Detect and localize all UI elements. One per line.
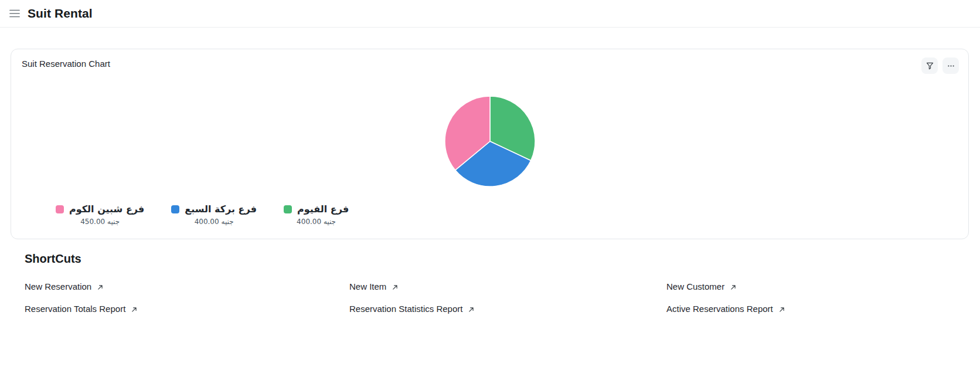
legend-item-header: فرع شبين الكوم — [56, 203, 144, 215]
legend-value: 400.00 جنيه — [297, 218, 336, 226]
shortcut-label: Active Reservations Report — [666, 303, 773, 315]
external-link-icon — [97, 284, 104, 291]
chart-area — [21, 96, 959, 187]
legend-item: فرع شبين الكوم450.00 جنيه — [56, 203, 144, 226]
shortcut-label: Reservation Statistics Report — [349, 303, 462, 315]
chart-card: Suit Reservation Chart — [11, 49, 969, 239]
legend-swatch — [171, 205, 179, 213]
legend-item: فرع بركة السبع400.00 جنيه — [171, 203, 257, 226]
hamburger-icon[interactable] — [9, 8, 20, 19]
shortcut-link[interactable]: Reservation Statistics Report — [349, 303, 475, 315]
external-link-icon — [131, 306, 138, 313]
shortcut-link[interactable]: New Reservation — [25, 280, 104, 293]
legend-swatch — [56, 205, 64, 213]
external-link-icon — [392, 284, 399, 291]
external-link-icon — [778, 306, 785, 313]
shortcut-link[interactable]: Reservation Totals Report — [25, 303, 138, 315]
external-link-icon — [730, 284, 737, 291]
shortcut-label: New Item — [349, 280, 386, 293]
legend-item-header: فرع الفيوم — [284, 203, 349, 215]
pie-chart[interactable] — [444, 96, 536, 187]
chart-legend: فرع شبين الكوم450.00 جنيهفرع بركة السبع4… — [21, 203, 959, 226]
shortcut-link[interactable]: New Item — [349, 280, 399, 293]
app-header: Suit Rental — [0, 0, 980, 28]
shortcut-link[interactable]: Active Reservations Report — [666, 303, 785, 315]
legend-item: فرع الفيوم400.00 جنيه — [284, 203, 349, 226]
chart-card-actions — [921, 57, 959, 74]
filter-button[interactable] — [921, 57, 938, 74]
page-title: Suit Rental — [28, 6, 93, 21]
funnel-icon — [925, 62, 934, 70]
shortcuts-section: ShortCuts New ReservationNew ItemNew Cus… — [11, 239, 969, 315]
chart-card-header: Suit Reservation Chart — [21, 57, 959, 74]
legend-value: 400.00 جنيه — [195, 218, 234, 226]
options-button[interactable] — [942, 57, 959, 74]
legend-value: 450.00 جنيه — [80, 218, 120, 226]
shortcut-label: New Reservation — [25, 280, 91, 293]
legend-item-header: فرع بركة السبع — [171, 203, 257, 215]
ellipsis-icon — [947, 62, 955, 70]
shortcut-label: New Customer — [666, 280, 724, 293]
page-body: Suit Reservation Chart — [0, 28, 980, 315]
shortcut-grid: New ReservationNew ItemNew CustomerReser… — [25, 280, 955, 315]
legend-label: فرع شبين الكوم — [69, 203, 144, 215]
legend-label: فرع الفيوم — [297, 203, 349, 215]
shortcut-link[interactable]: New Customer — [666, 280, 737, 293]
legend-swatch — [284, 205, 292, 213]
chart-title: Suit Reservation Chart — [21, 57, 110, 69]
external-link-icon — [468, 306, 475, 313]
shortcut-label: Reservation Totals Report — [25, 303, 125, 315]
legend-label: فرع بركة السبع — [185, 203, 257, 215]
shortcuts-heading: ShortCuts — [25, 252, 955, 266]
